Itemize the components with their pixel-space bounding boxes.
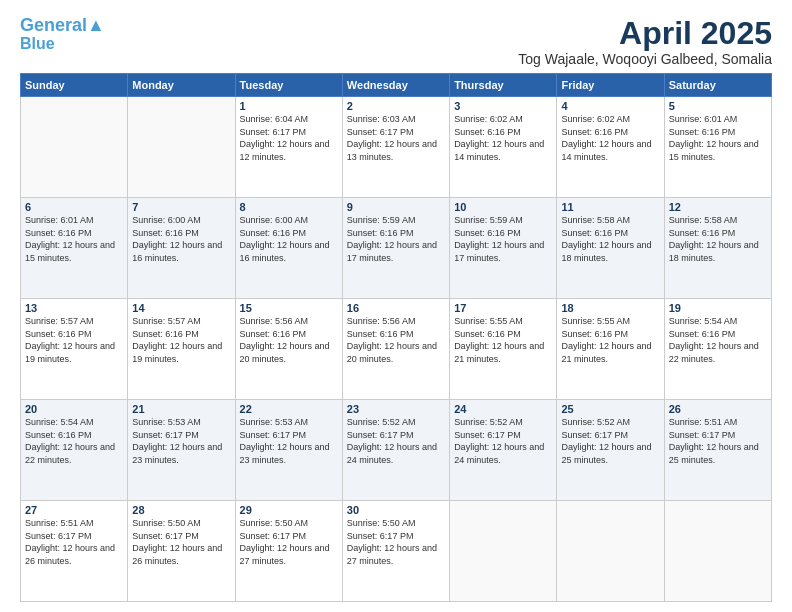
calendar-cell (450, 501, 557, 602)
day-header-monday: Monday (128, 74, 235, 97)
day-header-thursday: Thursday (450, 74, 557, 97)
calendar-cell: 2Sunrise: 6:03 AMSunset: 6:17 PMDaylight… (342, 97, 449, 198)
day-number: 4 (561, 100, 659, 112)
calendar-cell: 18Sunrise: 5:55 AMSunset: 6:16 PMDayligh… (557, 299, 664, 400)
calendar-cell: 6Sunrise: 6:01 AMSunset: 6:16 PMDaylight… (21, 198, 128, 299)
calendar-cell: 19Sunrise: 5:54 AMSunset: 6:16 PMDayligh… (664, 299, 771, 400)
calendar-cell: 30Sunrise: 5:50 AMSunset: 6:17 PMDayligh… (342, 501, 449, 602)
day-info: Sunrise: 5:52 AMSunset: 6:17 PMDaylight:… (454, 416, 552, 466)
day-number: 18 (561, 302, 659, 314)
day-number: 2 (347, 100, 445, 112)
day-info: Sunrise: 5:57 AMSunset: 6:16 PMDaylight:… (25, 315, 123, 365)
day-info: Sunrise: 5:57 AMSunset: 6:16 PMDaylight:… (132, 315, 230, 365)
day-info: Sunrise: 5:51 AMSunset: 6:17 PMDaylight:… (25, 517, 123, 567)
day-info: Sunrise: 5:55 AMSunset: 6:16 PMDaylight:… (561, 315, 659, 365)
day-header-wednesday: Wednesday (342, 74, 449, 97)
day-number: 10 (454, 201, 552, 213)
calendar-cell (21, 97, 128, 198)
calendar-cell: 29Sunrise: 5:50 AMSunset: 6:17 PMDayligh… (235, 501, 342, 602)
day-info: Sunrise: 5:50 AMSunset: 6:17 PMDaylight:… (347, 517, 445, 567)
day-info: Sunrise: 6:01 AMSunset: 6:16 PMDaylight:… (669, 113, 767, 163)
day-number: 11 (561, 201, 659, 213)
calendar-cell: 11Sunrise: 5:58 AMSunset: 6:16 PMDayligh… (557, 198, 664, 299)
calendar-cell: 8Sunrise: 6:00 AMSunset: 6:16 PMDaylight… (235, 198, 342, 299)
day-info: Sunrise: 5:50 AMSunset: 6:17 PMDaylight:… (132, 517, 230, 567)
calendar-cell: 22Sunrise: 5:53 AMSunset: 6:17 PMDayligh… (235, 400, 342, 501)
calendar-cell: 5Sunrise: 6:01 AMSunset: 6:16 PMDaylight… (664, 97, 771, 198)
day-info: Sunrise: 5:54 AMSunset: 6:16 PMDaylight:… (669, 315, 767, 365)
calendar-cell: 3Sunrise: 6:02 AMSunset: 6:16 PMDaylight… (450, 97, 557, 198)
day-info: Sunrise: 5:53 AMSunset: 6:17 PMDaylight:… (240, 416, 338, 466)
day-number: 15 (240, 302, 338, 314)
day-number: 3 (454, 100, 552, 112)
day-number: 26 (669, 403, 767, 415)
day-number: 6 (25, 201, 123, 213)
month-title: April 2025 (518, 16, 772, 51)
day-header-saturday: Saturday (664, 74, 771, 97)
day-info: Sunrise: 6:03 AMSunset: 6:17 PMDaylight:… (347, 113, 445, 163)
calendar-table: SundayMondayTuesdayWednesdayThursdayFrid… (20, 73, 772, 602)
day-info: Sunrise: 5:59 AMSunset: 6:16 PMDaylight:… (347, 214, 445, 264)
day-info: Sunrise: 5:59 AMSunset: 6:16 PMDaylight:… (454, 214, 552, 264)
logo: General▲ Blue (20, 16, 105, 52)
day-number: 13 (25, 302, 123, 314)
calendar-cell: 1Sunrise: 6:04 AMSunset: 6:17 PMDaylight… (235, 97, 342, 198)
day-number: 30 (347, 504, 445, 516)
day-number: 22 (240, 403, 338, 415)
day-info: Sunrise: 6:02 AMSunset: 6:16 PMDaylight:… (454, 113, 552, 163)
day-number: 21 (132, 403, 230, 415)
day-info: Sunrise: 6:01 AMSunset: 6:16 PMDaylight:… (25, 214, 123, 264)
calendar-cell: 15Sunrise: 5:56 AMSunset: 6:16 PMDayligh… (235, 299, 342, 400)
calendar-cell: 27Sunrise: 5:51 AMSunset: 6:17 PMDayligh… (21, 501, 128, 602)
calendar-cell: 13Sunrise: 5:57 AMSunset: 6:16 PMDayligh… (21, 299, 128, 400)
day-info: Sunrise: 6:00 AMSunset: 6:16 PMDaylight:… (132, 214, 230, 264)
title-block: April 2025 Tog Wajaale, Woqooyi Galbeed,… (518, 16, 772, 67)
day-number: 7 (132, 201, 230, 213)
day-number: 27 (25, 504, 123, 516)
calendar-cell: 16Sunrise: 5:56 AMSunset: 6:16 PMDayligh… (342, 299, 449, 400)
logo-blue-text: Blue (20, 35, 55, 52)
calendar-cell: 14Sunrise: 5:57 AMSunset: 6:16 PMDayligh… (128, 299, 235, 400)
day-info: Sunrise: 5:50 AMSunset: 6:17 PMDaylight:… (240, 517, 338, 567)
day-info: Sunrise: 5:54 AMSunset: 6:16 PMDaylight:… (25, 416, 123, 466)
day-number: 20 (25, 403, 123, 415)
day-number: 29 (240, 504, 338, 516)
day-number: 19 (669, 302, 767, 314)
day-header-tuesday: Tuesday (235, 74, 342, 97)
day-number: 9 (347, 201, 445, 213)
day-number: 24 (454, 403, 552, 415)
day-number: 1 (240, 100, 338, 112)
day-info: Sunrise: 5:53 AMSunset: 6:17 PMDaylight:… (132, 416, 230, 466)
day-number: 23 (347, 403, 445, 415)
day-info: Sunrise: 6:00 AMSunset: 6:16 PMDaylight:… (240, 214, 338, 264)
day-number: 5 (669, 100, 767, 112)
day-info: Sunrise: 5:58 AMSunset: 6:16 PMDaylight:… (669, 214, 767, 264)
calendar-cell: 12Sunrise: 5:58 AMSunset: 6:16 PMDayligh… (664, 198, 771, 299)
day-info: Sunrise: 6:02 AMSunset: 6:16 PMDaylight:… (561, 113, 659, 163)
calendar-cell: 7Sunrise: 6:00 AMSunset: 6:16 PMDaylight… (128, 198, 235, 299)
day-number: 17 (454, 302, 552, 314)
calendar-cell (128, 97, 235, 198)
day-info: Sunrise: 5:56 AMSunset: 6:16 PMDaylight:… (240, 315, 338, 365)
day-number: 12 (669, 201, 767, 213)
day-info: Sunrise: 5:55 AMSunset: 6:16 PMDaylight:… (454, 315, 552, 365)
calendar-cell (664, 501, 771, 602)
logo-general: General (20, 15, 87, 35)
day-number: 28 (132, 504, 230, 516)
calendar-cell (557, 501, 664, 602)
calendar-cell: 9Sunrise: 5:59 AMSunset: 6:16 PMDaylight… (342, 198, 449, 299)
calendar-cell: 25Sunrise: 5:52 AMSunset: 6:17 PMDayligh… (557, 400, 664, 501)
day-info: Sunrise: 5:52 AMSunset: 6:17 PMDaylight:… (561, 416, 659, 466)
calendar-cell: 24Sunrise: 5:52 AMSunset: 6:17 PMDayligh… (450, 400, 557, 501)
calendar-cell: 4Sunrise: 6:02 AMSunset: 6:16 PMDaylight… (557, 97, 664, 198)
logo-blue: ▲ (87, 15, 105, 35)
calendar-cell: 26Sunrise: 5:51 AMSunset: 6:17 PMDayligh… (664, 400, 771, 501)
page: General▲ Blue April 2025 Tog Wajaale, Wo… (0, 0, 792, 612)
calendar-cell: 23Sunrise: 5:52 AMSunset: 6:17 PMDayligh… (342, 400, 449, 501)
calendar-cell: 21Sunrise: 5:53 AMSunset: 6:17 PMDayligh… (128, 400, 235, 501)
calendar-cell: 28Sunrise: 5:50 AMSunset: 6:17 PMDayligh… (128, 501, 235, 602)
location-title: Tog Wajaale, Woqooyi Galbeed, Somalia (518, 51, 772, 67)
day-number: 14 (132, 302, 230, 314)
calendar-cell: 10Sunrise: 5:59 AMSunset: 6:16 PMDayligh… (450, 198, 557, 299)
calendar-cell: 20Sunrise: 5:54 AMSunset: 6:16 PMDayligh… (21, 400, 128, 501)
